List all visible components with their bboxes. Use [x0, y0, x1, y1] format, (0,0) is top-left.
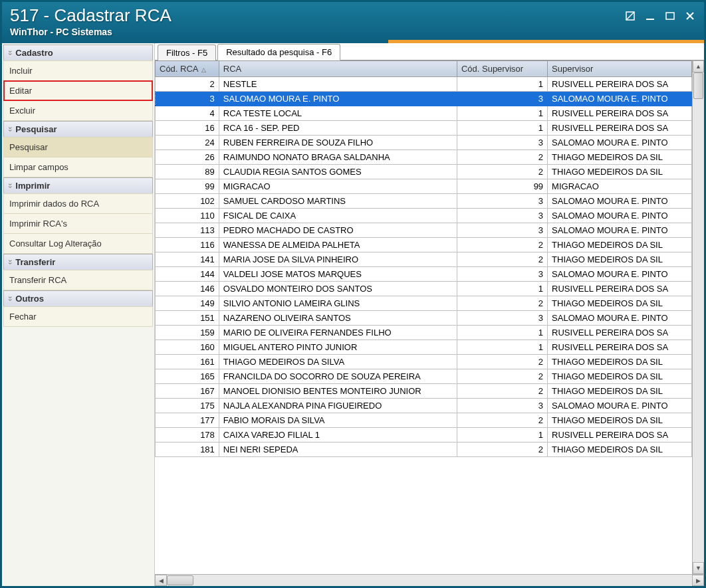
table-row[interactable]: 113PEDRO MACHADO DE CASTRO3SALOMAO MOURA…: [156, 223, 692, 237]
table-cell: NAJLA ALEXANDRA PINA FIGUEIREDO: [219, 398, 457, 413]
table-cell: 116: [156, 237, 219, 252]
table-cell: RUSIVELL PEREIRA DOS SA: [548, 427, 692, 442]
table-row[interactable]: 141MARIA JOSE DA SILVA PINHEIRO2THIAGO M…: [156, 252, 692, 266]
table-row[interactable]: 2NESTLE1RUSIVELL PEREIRA DOS SA: [156, 76, 692, 91]
table-cell: 3: [156, 91, 219, 106]
scroll-left-icon[interactable]: ◀: [155, 575, 167, 586]
sidebar-section-header[interactable]: ››Imprimir: [3, 177, 153, 194]
table-row[interactable]: 26RAIMUNDO NONATO BRAGA SALDANHA2THIAGO …: [156, 149, 692, 164]
maximize-icon[interactable]: [664, 10, 676, 22]
table-row[interactable]: 177FABIO MORAIS DA SILVA2THIAGO MEDEIROS…: [156, 413, 692, 427]
hscroll-thumb[interactable]: [167, 575, 193, 585]
column-header[interactable]: Cód. Supervisor: [457, 60, 547, 76]
table-cell: MIGRACAO: [548, 179, 692, 193]
table-row[interactable]: 102SAMUEL CARDOSO MARTINS3SALOMAO MOURA …: [156, 193, 692, 208]
table-row[interactable]: 178CAIXA VAREJO FILIAL 11RUSIVELL PEREIR…: [156, 427, 692, 442]
sidebar-section-header[interactable]: ››Pesquisar: [3, 121, 153, 138]
sidebar-item[interactable]: Imprimir dados do RCA: [3, 193, 153, 214]
table-row[interactable]: 146OSVALDO MONTEIRO DOS SANTOS1RUSIVELL …: [156, 281, 692, 296]
sidebar-item[interactable]: Limpar campos: [3, 157, 153, 177]
close-icon[interactable]: [684, 10, 696, 22]
edit-icon[interactable]: [624, 10, 636, 22]
sidebar-item[interactable]: Imprimir RCA's: [3, 213, 153, 234]
table-row[interactable]: 149SILVIO ANTONIO LAMEIRA GLINS2THIAGO M…: [156, 296, 692, 310]
sidebar-item[interactable]: Incluir: [3, 60, 153, 81]
sidebar-item[interactable]: Editar: [3, 80, 153, 101]
table-cell: SALOMAO MOURA E. PINTO: [548, 310, 692, 325]
table-row[interactable]: 110FSICAL DE CAIXA3SALOMAO MOURA E. PINT…: [156, 208, 692, 223]
horizontal-scrollbar[interactable]: ◀ ▶: [155, 574, 704, 586]
sidebar-section-header[interactable]: ››Cadastro: [3, 45, 153, 61]
vertical-scrollbar[interactable]: ▲ ▼: [692, 60, 704, 574]
table-cell: 3: [457, 310, 547, 325]
table-cell: 161: [156, 354, 219, 369]
sidebar-item[interactable]: Fechar: [3, 306, 153, 327]
table-cell: RCA 16 - SEP. PED: [219, 120, 457, 135]
column-header[interactable]: RCA: [219, 60, 457, 76]
vscroll-thumb[interactable]: [693, 72, 703, 99]
table-row[interactable]: 16RCA 16 - SEP. PED1RUSIVELL PEREIRA DOS…: [156, 120, 692, 135]
table-cell: 1: [457, 120, 547, 135]
tab[interactable]: Filtros - F5: [158, 45, 216, 60]
table-cell: 2: [457, 369, 547, 383]
table-row[interactable]: 161THIAGO MEDEIROS DA SILVA2THIAGO MEDEI…: [156, 354, 692, 369]
table-row[interactable]: 3SALOMAO MOURA E. PINTO3SALOMAO MOURA E.…: [156, 91, 692, 106]
table-cell: THIAGO MEDEIROS DA SIL: [548, 164, 692, 179]
table-cell: SALOMAO MOURA E. PINTO: [548, 91, 692, 106]
table-cell: 1: [457, 76, 547, 91]
sidebar-section-header[interactable]: ››Outros: [3, 290, 153, 307]
table-row[interactable]: 99MIGRACAO99MIGRACAO: [156, 179, 692, 193]
table-row[interactable]: 165FRANCILDA DO SOCORRO DE SOUZA PEREIRA…: [156, 369, 692, 383]
sidebar-item[interactable]: Excluir: [3, 100, 153, 121]
table-cell: 113: [156, 223, 219, 237]
table-cell: VALDELI JOSE MATOS MARQUES: [219, 266, 457, 281]
sort-asc-icon: △: [201, 66, 206, 73]
table-cell: SALOMAO MOURA E. PINTO: [219, 91, 457, 106]
result-table: Cód. RCA△RCACód. SupervisorSupervisor 2N…: [155, 60, 692, 457]
table-row[interactable]: 175NAJLA ALEXANDRA PINA FIGUEIREDO3SALOM…: [156, 398, 692, 413]
table-row[interactable]: 144VALDELI JOSE MATOS MARQUES3SALOMAO MO…: [156, 266, 692, 281]
column-header[interactable]: Supervisor: [548, 60, 692, 76]
scroll-down-icon[interactable]: ▼: [693, 562, 704, 574]
table-cell: 146: [156, 281, 219, 296]
table-row[interactable]: 4RCA TESTE LOCAL1RUSIVELL PEREIRA DOS SA: [156, 106, 692, 120]
table-row[interactable]: 159MARIO DE OLIVEIRA FERNANDES FILHO1RUS…: [156, 325, 692, 340]
table-row[interactable]: 181NEI NERI SEPEDA2THIAGO MEDEIROS DA SI…: [156, 442, 692, 456]
hscroll-track[interactable]: [167, 575, 692, 586]
tab[interactable]: Resultado da pesquisa - F6: [217, 44, 340, 60]
table-cell: MIGUEL ANTERO PINTO JUNIOR: [219, 340, 457, 354]
table-row[interactable]: 167MANOEL DIONISIO BENTES MONTEIRO JUNIO…: [156, 383, 692, 398]
table-cell: RUSIVELL PEREIRA DOS SA: [548, 281, 692, 296]
table-cell: 99: [156, 179, 219, 193]
table-cell: 110: [156, 208, 219, 223]
sidebar-item[interactable]: Pesquisar: [3, 137, 153, 157]
column-header-label: Cód. Supervisor: [461, 64, 523, 74]
table-cell: 144: [156, 266, 219, 281]
table-cell: THIAGO MEDEIROS DA SIL: [548, 237, 692, 252]
sidebar-item[interactable]: Transferir RCA: [3, 270, 153, 290]
table-cell: 149: [156, 296, 219, 310]
table-cell: 2: [457, 296, 547, 310]
table-cell: 2: [457, 149, 547, 164]
table-cell: 175: [156, 398, 219, 413]
minimize-icon[interactable]: [644, 10, 656, 22]
table-cell: 1: [457, 325, 547, 340]
sidebar-section-header[interactable]: ››Transferir: [3, 254, 153, 270]
table-cell: 89: [156, 164, 219, 179]
table-row[interactable]: 160MIGUEL ANTERO PINTO JUNIOR1RUSIVELL P…: [156, 340, 692, 354]
scroll-up-icon[interactable]: ▲: [693, 60, 704, 72]
result-grid: Cód. RCA△RCACód. SupervisorSupervisor 2N…: [155, 60, 692, 574]
table-cell: FABIO MORAIS DA SILVA: [219, 413, 457, 427]
titlebar-left: 517 - Cadastrar RCA WinThor - PC Sistema…: [10, 6, 172, 37]
table-cell: 3: [457, 208, 547, 223]
table-cell: OSVALDO MONTEIRO DOS SANTOS: [219, 281, 457, 296]
table-row[interactable]: 24RUBEN FERREIRA DE SOUZA FILHO3SALOMAO …: [156, 135, 692, 149]
table-row[interactable]: 116WANESSA DE ALMEIDA PALHETA2THIAGO MED…: [156, 237, 692, 252]
table-row[interactable]: 89CLAUDIA REGIA SANTOS GOMES2THIAGO MEDE…: [156, 164, 692, 179]
column-header[interactable]: Cód. RCA△: [156, 60, 219, 76]
scroll-right-icon[interactable]: ▶: [692, 575, 704, 586]
table-cell: SALOMAO MOURA E. PINTO: [548, 223, 692, 237]
sidebar-item[interactable]: Consultar Log Alteração: [3, 233, 153, 254]
table-row[interactable]: 151NAZARENO OLIVEIRA SANTOS3SALOMAO MOUR…: [156, 310, 692, 325]
table-cell: 2: [457, 237, 547, 252]
